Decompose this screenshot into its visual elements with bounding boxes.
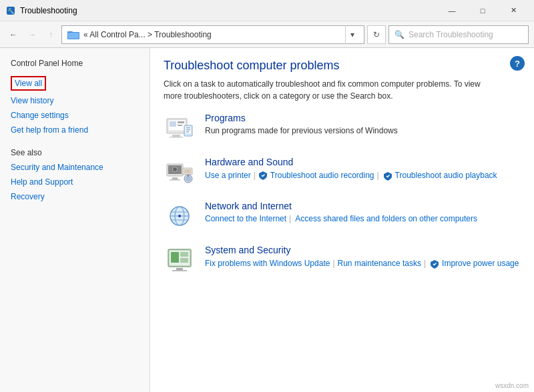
svg-point-26	[186, 176, 191, 181]
minimize-button[interactable]: —	[437, 0, 467, 21]
audio-recording-link[interactable]: Troubleshoot audio recording	[270, 171, 374, 180]
svg-rect-22	[170, 179, 180, 181]
hardware-icon	[164, 157, 196, 189]
maximize-button[interactable]: □	[467, 0, 498, 21]
app-icon: 🔧	[5, 5, 16, 16]
programs-icon	[164, 113, 196, 145]
hardware-links: Use a printer | Troubleshoot audio recor…	[205, 170, 521, 181]
svg-rect-39	[176, 268, 183, 270]
shield-icon-3	[430, 259, 439, 269]
svg-text:🔧: 🔧	[7, 7, 15, 15]
see-also-title: See also	[11, 148, 139, 157]
sep5: |	[424, 259, 426, 268]
svg-rect-27	[188, 175, 189, 177]
sidebar-home-title: Control Panel Home	[11, 59, 139, 68]
sidebar: Control Panel Home View all View history…	[0, 48, 150, 392]
sidebar-links: View all View history Change settings Ge…	[11, 76, 139, 135]
svg-rect-14	[186, 127, 190, 129]
sidebar-link-view-all[interactable]: View all	[11, 76, 46, 91]
category-network: Network and Internet Connect to the Inte…	[164, 201, 521, 233]
category-programs: Programs Run programs made for previous …	[164, 113, 521, 145]
category-hardware: Hardware and Sound Use a printer | Troub…	[164, 157, 521, 189]
main-container: Control Panel Home View all View history…	[0, 48, 534, 392]
help-icon[interactable]: ?	[510, 56, 525, 71]
address-box[interactable]: « All Control Pa... > Troubleshooting ▾	[61, 25, 364, 44]
up-button[interactable]: ↑	[43, 27, 59, 43]
sidebar-link-recovery[interactable]: Recovery	[11, 192, 139, 201]
window-controls: — □ ✕	[437, 0, 529, 21]
system-icon	[164, 245, 196, 277]
power-usage-link[interactable]: Improve power usage	[442, 259, 519, 268]
network-links: Connect to the Internet | Access shared …	[205, 214, 521, 223]
system-info: System and Security Fix problems with Wi…	[205, 245, 521, 269]
watermark: wsxdn.com	[495, 382, 529, 389]
printer-link[interactable]: Use a printer	[205, 171, 251, 180]
hardware-title[interactable]: Hardware and Sound	[205, 157, 521, 167]
svg-rect-7	[170, 121, 176, 127]
svg-rect-8	[178, 121, 184, 123]
programs-subtitle: Run programs made for previous versions …	[205, 126, 521, 135]
window-title: Troubleshooting	[20, 6, 437, 15]
sidebar-link-security[interactable]: Security and Maintenance	[11, 163, 139, 172]
address-path: « All Control Pa... > Troubleshooting	[83, 30, 345, 39]
category-system: System and Security Fix problems with Wi…	[164, 245, 521, 277]
title-bar: 🔧 Troubleshooting — □ ✕	[0, 0, 534, 21]
audio-playback-link[interactable]: Troubleshoot audio playback	[395, 171, 497, 180]
hardware-info: Hardware and Sound Use a printer | Troub…	[205, 157, 521, 181]
svg-point-33	[178, 215, 181, 217]
content-title: Troubleshoot computer problems	[164, 59, 521, 73]
svg-rect-10	[172, 135, 180, 137]
svg-rect-16	[186, 131, 189, 133]
sidebar-link-view-history[interactable]: View history	[11, 96, 139, 105]
programs-title[interactable]: Programs	[205, 113, 521, 123]
svg-rect-36	[171, 252, 179, 263]
search-icon: 🔍	[394, 30, 405, 39]
forward-button[interactable]: →	[24, 27, 40, 43]
sep3: |	[289, 214, 291, 223]
sep4: |	[332, 259, 334, 268]
svg-rect-9	[178, 125, 182, 126]
close-button[interactable]: ✕	[498, 0, 529, 21]
windows-update-link[interactable]: Fix problems with Windows Update	[205, 259, 330, 268]
shield-icon-2	[383, 171, 392, 181]
search-box[interactable]: 🔍 Search Troubleshooting	[388, 25, 529, 44]
sidebar-link-change-settings[interactable]: Change settings	[11, 111, 139, 120]
programs-info: Programs Run programs made for previous …	[205, 113, 521, 135]
svg-rect-15	[186, 129, 190, 131]
back-button[interactable]: ←	[5, 27, 21, 43]
svg-rect-4	[68, 33, 79, 39]
network-info: Network and Internet Connect to the Inte…	[205, 201, 521, 223]
svg-rect-37	[180, 252, 188, 257]
svg-rect-40	[172, 270, 187, 271]
system-title[interactable]: System and Security	[205, 245, 521, 255]
programs-desc: Run programs made for previous versions …	[205, 126, 398, 135]
network-title[interactable]: Network and Internet	[205, 201, 521, 211]
shared-files-link[interactable]: Access shared files and folders on other…	[295, 214, 477, 223]
maintenance-link[interactable]: Run maintenance tasks	[338, 259, 421, 268]
svg-rect-11	[170, 137, 183, 138]
shield-icon-1	[258, 171, 268, 180]
content-area: ? Troubleshoot computer problems Click o…	[150, 48, 534, 392]
address-bar: ← → ↑ « All Control Pa... > Troubleshoot…	[0, 21, 534, 48]
svg-rect-38	[180, 258, 188, 263]
svg-point-20	[173, 167, 177, 171]
search-placeholder: Search Troubleshooting	[409, 30, 493, 39]
system-links: Fix problems with Windows Update | Run m…	[205, 258, 521, 269]
address-dropdown[interactable]: ▾	[345, 25, 358, 44]
sep1: |	[254, 171, 256, 180]
connect-internet-link[interactable]: Connect to the Internet	[205, 214, 286, 223]
sep2: |	[376, 171, 378, 180]
svg-rect-24	[184, 169, 191, 173]
sidebar-link-help-support[interactable]: Help and Support	[11, 177, 139, 187]
refresh-button[interactable]: ↻	[367, 25, 386, 44]
path-icon	[67, 29, 79, 41]
see-also-links: Security and Maintenance Help and Suppor…	[11, 163, 139, 201]
svg-rect-21	[172, 177, 178, 179]
network-icon	[164, 201, 196, 233]
sidebar-link-get-help[interactable]: Get help from a friend	[11, 125, 139, 135]
content-description: Click on a task to automatically trouble…	[164, 78, 484, 102]
